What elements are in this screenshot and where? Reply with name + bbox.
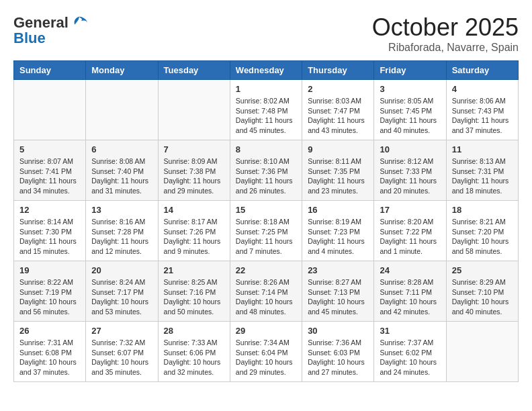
day-number: 12 [19, 205, 80, 215]
calendar-cell: 17Sunrise: 8:20 AM Sunset: 7:22 PM Dayli… [374, 201, 446, 261]
col-header-sunday: Sunday [14, 61, 86, 80]
calendar-cell: 6Sunrise: 8:08 AM Sunset: 7:40 PM Daylig… [86, 140, 158, 201]
calendar-cell: 19Sunrise: 8:22 AM Sunset: 7:19 PM Dayli… [14, 261, 86, 322]
calendar-cell: 3Sunrise: 8:05 AM Sunset: 7:45 PM Daylig… [374, 80, 446, 140]
day-detail: Sunrise: 8:03 AM Sunset: 7:47 PM Dayligh… [308, 96, 368, 136]
day-number: 5 [19, 144, 80, 154]
day-number: 24 [380, 265, 440, 275]
calendar-cell: 4Sunrise: 8:06 AM Sunset: 7:43 PM Daylig… [446, 80, 518, 140]
col-header-tuesday: Tuesday [158, 61, 230, 80]
calendar-cell: 22Sunrise: 8:26 AM Sunset: 7:14 PM Dayli… [230, 261, 302, 322]
day-number: 20 [91, 265, 152, 275]
day-number: 26 [19, 326, 80, 336]
calendar-cell: 18Sunrise: 8:21 AM Sunset: 7:20 PM Dayli… [446, 201, 518, 261]
calendar-cell: 1Sunrise: 8:02 AM Sunset: 7:48 PM Daylig… [230, 80, 302, 140]
day-number: 6 [91, 144, 152, 154]
calendar-cell: 12Sunrise: 8:14 AM Sunset: 7:30 PM Dayli… [14, 201, 86, 261]
calendar-cell [86, 80, 158, 140]
calendar-cell [158, 80, 230, 140]
title-block: October 2025 Ribaforada, Navarre, Spain [372, 13, 519, 54]
day-detail: Sunrise: 8:22 AM Sunset: 7:19 PM Dayligh… [19, 277, 80, 317]
day-detail: Sunrise: 7:33 AM Sunset: 6:06 PM Dayligh… [164, 338, 224, 377]
day-number: 3 [380, 84, 440, 94]
day-detail: Sunrise: 8:09 AM Sunset: 7:38 PM Dayligh… [164, 156, 224, 196]
calendar-cell: 21Sunrise: 8:25 AM Sunset: 7:16 PM Dayli… [158, 261, 230, 322]
calendar-cell: 7Sunrise: 8:09 AM Sunset: 7:38 PM Daylig… [158, 140, 230, 201]
day-number: 2 [308, 84, 368, 94]
day-number: 10 [380, 144, 440, 154]
calendar-cell: 16Sunrise: 8:19 AM Sunset: 7:23 PM Dayli… [302, 201, 374, 261]
day-number: 13 [91, 205, 152, 215]
calendar-cell: 14Sunrise: 8:17 AM Sunset: 7:26 PM Dayli… [158, 201, 230, 261]
col-header-wednesday: Wednesday [230, 61, 302, 80]
day-detail: Sunrise: 8:07 AM Sunset: 7:41 PM Dayligh… [19, 156, 80, 196]
day-number: 30 [308, 326, 368, 336]
day-detail: Sunrise: 8:28 AM Sunset: 7:11 PM Dayligh… [380, 277, 440, 317]
day-detail: Sunrise: 8:29 AM Sunset: 7:10 PM Dayligh… [452, 277, 513, 317]
day-number: 11 [452, 144, 513, 154]
day-detail: Sunrise: 7:32 AM Sunset: 6:07 PM Dayligh… [91, 338, 152, 377]
calendar-cell: 5Sunrise: 8:07 AM Sunset: 7:41 PM Daylig… [14, 140, 86, 201]
day-detail: Sunrise: 7:37 AM Sunset: 6:02 PM Dayligh… [380, 338, 440, 377]
calendar-cell: 10Sunrise: 8:12 AM Sunset: 7:33 PM Dayli… [374, 140, 446, 201]
day-detail: Sunrise: 8:27 AM Sunset: 7:13 PM Dayligh… [308, 277, 368, 317]
day-number: 8 [236, 144, 296, 154]
day-number: 28 [164, 326, 224, 336]
col-header-thursday: Thursday [302, 61, 374, 80]
day-number: 25 [452, 265, 513, 275]
day-detail: Sunrise: 8:20 AM Sunset: 7:22 PM Dayligh… [380, 217, 440, 257]
col-header-saturday: Saturday [446, 61, 518, 80]
calendar-cell: 30Sunrise: 7:36 AM Sunset: 6:03 PM Dayli… [302, 322, 374, 382]
calendar-cell: 20Sunrise: 8:24 AM Sunset: 7:17 PM Dayli… [86, 261, 158, 322]
day-number: 17 [380, 205, 440, 215]
calendar-cell: 8Sunrise: 8:10 AM Sunset: 7:36 PM Daylig… [230, 140, 302, 201]
day-number: 9 [308, 144, 368, 154]
day-number: 31 [380, 326, 440, 336]
day-detail: Sunrise: 8:13 AM Sunset: 7:31 PM Dayligh… [452, 156, 513, 196]
calendar-cell: 15Sunrise: 8:18 AM Sunset: 7:25 PM Dayli… [230, 201, 302, 261]
day-detail: Sunrise: 7:36 AM Sunset: 6:03 PM Dayligh… [308, 338, 368, 377]
day-detail: Sunrise: 8:02 AM Sunset: 7:48 PM Dayligh… [236, 96, 296, 136]
day-detail: Sunrise: 8:14 AM Sunset: 7:30 PM Dayligh… [19, 217, 80, 257]
day-number: 16 [308, 205, 368, 215]
day-number: 19 [19, 265, 80, 275]
day-number: 18 [452, 205, 513, 215]
calendar-cell: 13Sunrise: 8:16 AM Sunset: 7:28 PM Dayli… [86, 201, 158, 261]
day-detail: Sunrise: 8:08 AM Sunset: 7:40 PM Dayligh… [91, 156, 152, 196]
calendar-cell: 28Sunrise: 7:33 AM Sunset: 6:06 PM Dayli… [158, 322, 230, 382]
day-detail: Sunrise: 8:16 AM Sunset: 7:28 PM Dayligh… [91, 217, 152, 257]
location-subtitle: Ribaforada, Navarre, Spain [372, 42, 519, 54]
day-number: 29 [236, 326, 296, 336]
day-number: 4 [452, 84, 513, 94]
day-number: 23 [308, 265, 368, 275]
day-number: 1 [236, 84, 296, 94]
day-detail: Sunrise: 8:12 AM Sunset: 7:33 PM Dayligh… [380, 156, 440, 196]
day-detail: Sunrise: 8:11 AM Sunset: 7:35 PM Dayligh… [308, 156, 368, 196]
logo-bird-icon [70, 13, 89, 32]
calendar-cell: 31Sunrise: 7:37 AM Sunset: 6:02 PM Dayli… [374, 322, 446, 382]
calendar-cell: 26Sunrise: 7:31 AM Sunset: 6:08 PM Dayli… [14, 322, 86, 382]
calendar-cell: 2Sunrise: 8:03 AM Sunset: 7:47 PM Daylig… [302, 80, 374, 140]
month-title: October 2025 [372, 13, 519, 42]
day-number: 7 [164, 144, 224, 154]
col-header-monday: Monday [86, 61, 158, 80]
logo: General Blue [13, 13, 89, 47]
calendar-cell: 9Sunrise: 8:11 AM Sunset: 7:35 PM Daylig… [302, 140, 374, 201]
day-number: 22 [236, 265, 296, 275]
day-detail: Sunrise: 8:24 AM Sunset: 7:17 PM Dayligh… [91, 277, 152, 317]
day-number: 21 [164, 265, 224, 275]
day-detail: Sunrise: 8:17 AM Sunset: 7:26 PM Dayligh… [164, 217, 224, 257]
calendar-cell [14, 80, 86, 140]
day-detail: Sunrise: 8:18 AM Sunset: 7:25 PM Dayligh… [236, 217, 296, 257]
day-detail: Sunrise: 7:31 AM Sunset: 6:08 PM Dayligh… [19, 338, 80, 377]
day-detail: Sunrise: 8:25 AM Sunset: 7:16 PM Dayligh… [164, 277, 224, 317]
col-header-friday: Friday [374, 61, 446, 80]
day-number: 27 [91, 326, 152, 336]
calendar-cell: 29Sunrise: 7:34 AM Sunset: 6:04 PM Dayli… [230, 322, 302, 382]
calendar-cell: 11Sunrise: 8:13 AM Sunset: 7:31 PM Dayli… [446, 140, 518, 201]
day-detail: Sunrise: 7:34 AM Sunset: 6:04 PM Dayligh… [236, 338, 296, 377]
calendar-cell [446, 322, 518, 382]
day-number: 14 [164, 205, 224, 215]
calendar-cell: 24Sunrise: 8:28 AM Sunset: 7:11 PM Dayli… [374, 261, 446, 322]
day-detail: Sunrise: 8:06 AM Sunset: 7:43 PM Dayligh… [452, 96, 513, 136]
